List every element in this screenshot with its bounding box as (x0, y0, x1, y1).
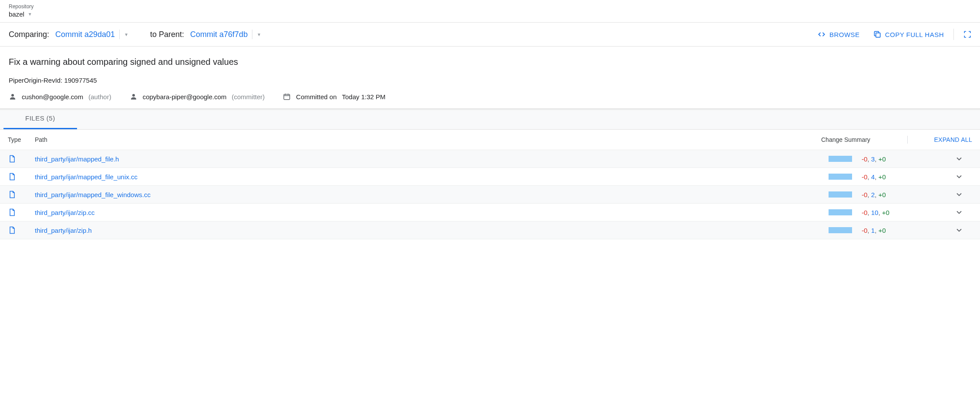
to-parent-label: to Parent: (150, 30, 184, 39)
divider (907, 136, 908, 144)
chevron-down-icon: ▼ (28, 12, 32, 17)
chevron-down-icon[interactable]: ▼ (257, 32, 261, 37)
expand-row-button[interactable] (955, 190, 972, 199)
chevron-down-icon[interactable]: ▼ (124, 32, 128, 37)
committed-time: Today 1:32 PM (342, 93, 386, 101)
comparing-label: Comparing: (9, 30, 49, 39)
repository-selector[interactable]: Repository bazel ▼ (0, 0, 980, 22)
commit-details: Fix a warning about comparing signed and… (0, 47, 980, 109)
svg-rect-3 (284, 94, 290, 100)
expand-all-button[interactable]: EXPAND ALL (934, 136, 972, 143)
table-row: third_party/ijar/mapped_file.h -0, 3, +0 (0, 150, 980, 168)
tab-files-label: FILES (5) (25, 114, 55, 122)
change-stats: -0, 10, +0 (862, 209, 889, 216)
code-icon (817, 30, 826, 39)
change-stats: -0, 2, +0 (862, 191, 886, 198)
file-path-link[interactable]: third_party/ijar/mapped_file.h (35, 155, 119, 163)
expand-row-button[interactable] (955, 172, 972, 181)
change-bar (829, 174, 852, 180)
file-icon (8, 172, 17, 181)
change-bar (829, 209, 852, 215)
divider (953, 29, 954, 40)
committer-role: (committer) (232, 93, 265, 101)
change-bar (829, 191, 852, 198)
change-bar (829, 156, 852, 162)
file-path-link[interactable]: third_party/ijar/mapped_file_unix.cc (35, 173, 138, 181)
tab-files[interactable]: FILES (5) (3, 108, 77, 129)
table-row: third_party/ijar/zip.cc -0, 10, +0 (0, 203, 980, 221)
expand-row-button[interactable] (955, 208, 972, 217)
file-icon (8, 154, 17, 163)
change-bar (829, 227, 852, 233)
person-icon (9, 93, 17, 101)
file-path-link[interactable]: third_party/ijar/zip.cc (35, 209, 95, 216)
change-stats: -0, 3, +0 (862, 155, 886, 163)
files-table-header: Type Path Change Summary EXPAND ALL (0, 130, 980, 150)
table-row: third_party/ijar/mapped_file_windows.cc … (0, 185, 980, 203)
committed-label: Committed on (296, 93, 336, 101)
browse-button[interactable]: BROWSE (817, 30, 860, 39)
author-role: (author) (88, 93, 111, 101)
browse-label: BROWSE (829, 31, 860, 38)
col-header-path: Path (35, 136, 821, 143)
file-icon (8, 208, 17, 217)
committer-email: copybara-piper@google.com (143, 93, 227, 101)
commit-meta: cushon@google.com (author) copybara-pipe… (9, 93, 971, 101)
commit-title: Fix a warning about comparing signed and… (9, 57, 971, 67)
author-email: cushon@google.com (22, 93, 83, 101)
commit-from-link[interactable]: Commit a29da01 (55, 30, 115, 39)
table-row: third_party/ijar/zip.h -0, 1, +0 (0, 221, 980, 239)
svg-point-2 (132, 94, 135, 97)
file-icon (8, 190, 17, 199)
tabs-bar: FILES (5) (0, 109, 980, 130)
expand-row-button[interactable] (955, 154, 972, 163)
fullscreen-icon[interactable] (963, 30, 971, 38)
file-path-link[interactable]: third_party/ijar/zip.h (35, 227, 92, 234)
table-row: third_party/ijar/mapped_file_unix.cc -0,… (0, 168, 980, 185)
person-icon (130, 93, 138, 101)
divider (252, 30, 252, 39)
expand-row-button[interactable] (955, 226, 972, 235)
file-icon (8, 226, 17, 235)
col-header-summary: Change Summary (821, 136, 899, 143)
files-table-body: third_party/ijar/mapped_file.h -0, 3, +0… (0, 150, 980, 239)
svg-point-1 (11, 94, 14, 97)
divider (119, 30, 120, 39)
commit-to-link[interactable]: Commit a76f7db (190, 30, 248, 39)
compare-bar: Comparing: Commit a29da01 ▼ to Parent: C… (0, 22, 980, 47)
copy-full-hash-button[interactable]: COPY FULL HASH (873, 30, 944, 39)
change-stats: -0, 1, +0 (862, 227, 886, 234)
calendar-icon (283, 93, 291, 101)
change-stats: -0, 4, +0 (862, 173, 886, 181)
commit-revid: PiperOrigin-RevId: 190977545 (9, 77, 971, 84)
file-path-link[interactable]: third_party/ijar/mapped_file_windows.cc (35, 191, 151, 198)
svg-rect-0 (876, 33, 880, 37)
copy-full-hash-label: COPY FULL HASH (885, 31, 944, 38)
copy-icon (873, 30, 882, 39)
repository-label: Repository (9, 3, 971, 10)
repository-name: bazel (9, 10, 24, 18)
col-header-type: Type (8, 136, 35, 143)
